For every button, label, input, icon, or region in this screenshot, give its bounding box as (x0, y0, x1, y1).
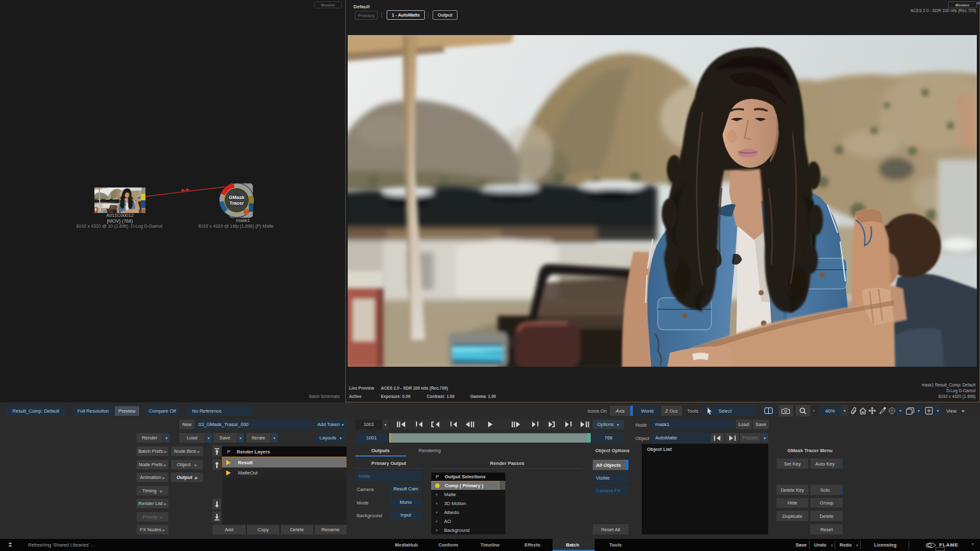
svg-text:Tracer: Tracer (230, 200, 244, 206)
svg-text:GMask: GMask (229, 195, 245, 200)
